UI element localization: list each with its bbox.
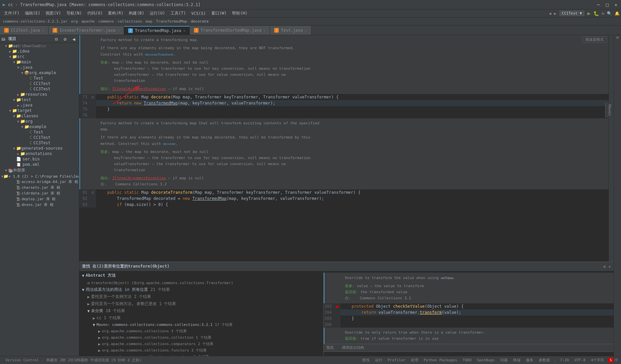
menu-window[interactable]: 窗口(W): [209, 10, 230, 17]
menu-view[interactable]: 视图(V): [43, 10, 64, 17]
hide-sidebar-icon[interactable]: ◀: [70, 35, 78, 43]
tree-jar-deploy[interactable]: 🗜 deploy.jar 库 框: [0, 196, 79, 202]
menu-file[interactable]: 文件(F): [1, 10, 22, 17]
status-profiler[interactable]: Profiler: [385, 358, 408, 362]
bc-class[interactable]: TransformedMap: [156, 19, 187, 24]
tree-jar-dnsns[interactable]: 🗜 dnsns.jar 库 框: [0, 202, 79, 208]
status-build[interactable]: 处理: [408, 358, 421, 363]
run-button[interactable]: ▶: [587, 10, 591, 17]
gutter-91[interactable]: @: [89, 189, 96, 195]
debug-button[interactable]: 🐛: [593, 11, 599, 16]
tree-test2[interactable]: C Test: [0, 129, 79, 135]
minimize-button[interactable]: ─: [596, 2, 601, 7]
tab-transformedsortedmap[interactable]: J TransformedSortedMap.java ✕: [190, 26, 270, 35]
tree-classes[interactable]: ▼ 📁 classes: [0, 113, 79, 119]
search-everywhere-icon[interactable]: 🔍: [607, 11, 612, 16]
tab-test[interactable]: J Test.java ✕: [270, 26, 312, 35]
tree-jar-cldrdata[interactable]: 🗜 cldrdata.jar 库 框: [0, 190, 79, 196]
tab-invoker-close[interactable]: ✕: [118, 28, 120, 33]
tab-sorted-close[interactable]: ✕: [264, 28, 266, 33]
tree-jdk[interactable]: ▼ 📁 < 1.8 (2) > C:\Program Files\Java\: [0, 174, 79, 179]
collapse-all-icon[interactable]: ⊟: [53, 35, 60, 43]
tab-transformedmap[interactable]: J TransformedMap.java ✕: [124, 26, 190, 35]
tab-transformed-close[interactable]: ✕: [183, 29, 185, 33]
menu-refactor[interactable]: 重构(R): [105, 10, 126, 17]
status-params[interactable]: 参数观: [536, 358, 553, 363]
notifications-icon[interactable]: 🔔: [615, 11, 620, 16]
tree-test-class[interactable]: C Test: [0, 75, 79, 81]
toolbar-run-config[interactable]: CC1Test ▼: [559, 10, 585, 16]
code-editor[interactable]: 阅读器模式 Maven Factory method to create a t…: [79, 35, 609, 262]
maximize-button[interactable]: □: [605, 2, 610, 7]
status-services[interactable]: 服务: [523, 358, 536, 363]
tree-main[interactable]: ▼ 📁 main: [0, 59, 79, 65]
subgroup-delegate2[interactable]: ▶ 委托至另一个实例方法, 参数已更改 1 个结果: [79, 300, 323, 307]
subgroup-delegate1[interactable]: ▶ 委托至另一个实例方法 2 个结果: [79, 293, 323, 300]
tree-jar-access[interactable]: 🗜 access-bridge-64.jar 库 框: [0, 179, 79, 185]
tree-serbin[interactable]: 📄 ser.bin: [0, 156, 79, 162]
status-search[interactable]: 查找: [359, 358, 372, 363]
tree-java[interactable]: ▼ ☕ java: [0, 65, 79, 70]
tree-external-libs[interactable]: ▼ 📚 外部库: [0, 167, 79, 174]
group-header-usage[interactable]: ▼ 用法或基方法的用法 in 所有位置 21 个结果: [79, 286, 323, 293]
subgroup-cc[interactable]: ▶ cc 1 个结果: [79, 314, 323, 322]
status-python-packages[interactable]: Python Packages: [421, 358, 460, 362]
tab-test-close[interactable]: ✕: [305, 28, 307, 33]
status-run[interactable]: 运行: [372, 358, 385, 363]
tree-org-example[interactable]: ▼ 📦 org.example: [0, 70, 79, 75]
tab-cc1test-close[interactable]: ✕: [42, 28, 45, 33]
tree-org2[interactable]: ▼ 📁 org: [0, 119, 79, 124]
bc-apache[interactable]: apache: [81, 19, 95, 24]
bottom-close-icon[interactable]: ✕: [609, 264, 611, 269]
status-version-control[interactable]: Version Control: [3, 358, 41, 362]
tree-cc3test-class[interactable]: C CC3Test: [0, 86, 79, 92]
reader-mode-button[interactable]: 阅读器模式: [582, 36, 607, 43]
tree-pomxml[interactable]: 📋 pom.xml: [0, 162, 79, 167]
menu-edit[interactable]: 编辑(E): [22, 10, 43, 17]
toolbar-forward-icon[interactable]: ▶: [554, 11, 556, 16]
status-problems[interactable]: 问题: [498, 358, 510, 363]
editor-scrollbar[interactable]: [609, 35, 614, 262]
tree-root[interactable]: ▼ 📁 cc D:\Download\cc: [0, 43, 79, 49]
tree-cc1test-class[interactable]: C CC1Test: [0, 81, 79, 86]
tree-jar-charsets[interactable]: 🗜 charsets.jar 库 框: [0, 185, 79, 190]
tree-test-folder[interactable]: ▼ 📁 test: [0, 97, 79, 102]
bc-map[interactable]: map: [146, 19, 152, 24]
gutter-73[interactable]: @: [89, 94, 96, 100]
bc-collections[interactable]: collections: [118, 19, 142, 24]
tree-cc1test2[interactable]: C CC1Test: [0, 135, 79, 140]
subgroup-comparators[interactable]: ▶ org.apache.commons.collections.compara…: [79, 341, 323, 347]
ime-status[interactable]: S: [608, 358, 613, 363]
subgroup-iterators[interactable]: ▶ org.apache.commons.collections.iterato…: [79, 354, 323, 356]
ime-zh[interactable]: 中: [615, 358, 618, 363]
menu-tools[interactable]: 工具(T): [168, 10, 189, 17]
menu-code[interactable]: 代码(O): [85, 10, 106, 17]
toolbar-more[interactable]: ⚙: [602, 11, 604, 16]
status-terminal[interactable]: 终端: [510, 358, 523, 363]
tab-invokertransformer[interactable]: J InvokerTransformer.java ✕: [49, 26, 124, 35]
menu-navigate[interactable]: 导航(N): [64, 10, 85, 17]
toolbar-back-icon[interactable]: ◀: [549, 11, 551, 16]
menu-help[interactable]: 帮助(H): [229, 10, 250, 17]
tree-resources[interactable]: ▶ 📁 resources: [0, 92, 79, 97]
tree-java2[interactable]: ▶ ☕ java: [0, 102, 79, 108]
subgroup-maven[interactable]: ▼ Maven: commons-collections:commons-col…: [79, 322, 323, 328]
settings-icon[interactable]: ⚙: [61, 35, 69, 43]
tree-target[interactable]: ▼ 📁 target: [0, 108, 79, 113]
right-icon-1[interactable]: ⊞: [615, 36, 620, 39]
subgroup-collection[interactable]: ▶ org.apache.commons.collections.collect…: [79, 334, 323, 341]
call-hierarchy-btn[interactable]: 调用层次结构: [342, 345, 364, 351]
bc-org[interactable]: org: [71, 19, 78, 24]
abstract-method-header[interactable]: ▼ Abstract 方法: [79, 271, 323, 280]
status-spotbugs[interactable]: SpotBugs: [474, 358, 498, 362]
search-result-item[interactable]: m transform(Object) (在org.apache.commons…: [79, 280, 323, 286]
right-gutter-203[interactable]: ●: [334, 303, 341, 309]
menu-vcs[interactable]: VCS(S): [188, 10, 208, 17]
menu-build[interactable]: 构建(B): [126, 10, 147, 17]
bc-jar[interactable]: commons-collections-3.2.1.jar: [3, 19, 67, 24]
bottom-settings-icon[interactable]: ⚙: [603, 264, 606, 269]
close-button[interactable]: ✕: [614, 2, 618, 7]
status-todo[interactable]: TODO: [460, 358, 474, 362]
bc-commons[interactable]: commons: [98, 19, 114, 24]
status-encoding[interactable]: UTF-8: [572, 358, 588, 362]
